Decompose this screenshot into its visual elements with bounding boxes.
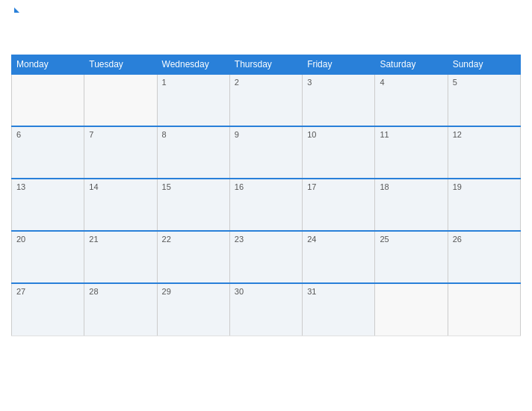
calendar-cell: 9 [229,126,302,179]
day-number: 29 [162,287,225,296]
day-number: 7 [89,130,152,139]
calendar-cell: 10 [303,126,375,179]
day-number: 31 [307,287,370,296]
calendar-table: MondayTuesdayWednesdayThursdayFridaySatu… [11,55,521,336]
day-number: 12 [453,130,516,139]
calendar-cell: 22 [157,231,229,283]
calendar-header-row: MondayTuesdayWednesdayThursdayFridaySatu… [12,55,521,75]
day-number: 22 [162,235,225,244]
day-header-friday: Friday [303,55,375,75]
calendar-cell: 28 [84,283,157,336]
day-number: 30 [235,287,297,296]
calendar-cell: 4 [375,74,448,126]
calendar-cell: 30 [229,283,302,336]
day-number: 6 [16,130,79,139]
calendar-cell: 7 [84,126,157,179]
calendar-cell: 31 [303,283,375,336]
day-number: 28 [89,287,152,296]
day-header-monday: Monday [12,55,84,75]
calendar-body: 1234567891011121314151617181920212223242… [12,74,521,336]
day-header-thursday: Thursday [229,55,302,75]
day-number: 11 [380,130,442,139]
calendar-cell: 12 [448,126,520,179]
calendar-cell: 11 [375,126,448,179]
day-header-wednesday: Wednesday [157,55,229,75]
calendar-cell: 6 [12,126,84,179]
day-number: 10 [307,130,370,139]
calendar-cell: 3 [303,74,375,126]
calendar-cell: 5 [448,74,520,126]
calendar-cell: 25 [375,231,448,283]
calendar-cell: 26 [448,231,520,283]
calendar-cell: 20 [12,231,84,283]
calendar-cell [448,283,520,336]
calendar-cell: 17 [303,179,375,231]
calendar-cell: 21 [84,231,157,283]
calendar-cell: 8 [157,126,229,179]
calendar-cell: 27 [12,283,84,336]
day-number: 1 [162,78,225,87]
day-number: 25 [380,235,442,244]
calendar-cell: 23 [229,231,302,283]
day-number: 9 [235,130,297,139]
calendar-cell [84,74,157,126]
day-header-saturday: Saturday [375,55,448,75]
day-number: 13 [16,182,79,191]
day-number: 2 [235,78,297,87]
day-number: 18 [380,182,442,191]
day-number: 23 [235,235,297,244]
logo-triangle-icon [14,7,19,13]
calendar-page: MondayTuesdayWednesdayThursdayFridaySatu… [0,0,532,411]
day-number: 4 [380,78,442,87]
calendar-cell: 16 [229,179,302,231]
calendar-cell [12,74,84,126]
calendar-week-3: 13141516171819 [12,179,521,231]
day-number: 26 [453,235,516,244]
day-number: 17 [307,182,370,191]
calendar-cell: 18 [375,179,448,231]
calendar-cell: 24 [303,231,375,283]
calendar-cell: 2 [229,74,302,126]
calendar-week-4: 20212223242526 [12,231,521,283]
calendar-cell: 15 [157,179,229,231]
day-number: 5 [453,78,516,87]
day-header-tuesday: Tuesday [84,55,157,75]
calendar-cell: 1 [157,74,229,126]
day-number: 16 [235,182,297,191]
day-number: 21 [89,235,152,244]
logo [11,7,19,13]
day-number: 8 [162,130,225,139]
day-number: 20 [16,235,79,244]
calendar-cell: 29 [157,283,229,336]
day-number: 14 [89,182,152,191]
calendar-week-2: 6789101112 [12,126,521,179]
day-number: 15 [162,182,225,191]
day-header-sunday: Sunday [448,55,520,75]
calendar-header [11,7,521,49]
day-number: 3 [307,78,370,87]
calendar-cell: 19 [448,179,520,231]
calendar-cell: 14 [84,179,157,231]
calendar-week-5: 2728293031 [12,283,521,336]
day-number: 24 [307,235,370,244]
logo-blue-row [11,7,19,13]
calendar-week-1: 12345 [12,74,521,126]
day-number: 27 [16,287,79,296]
calendar-cell: 13 [12,179,84,231]
calendar-cell [375,283,448,336]
day-number: 19 [453,182,516,191]
